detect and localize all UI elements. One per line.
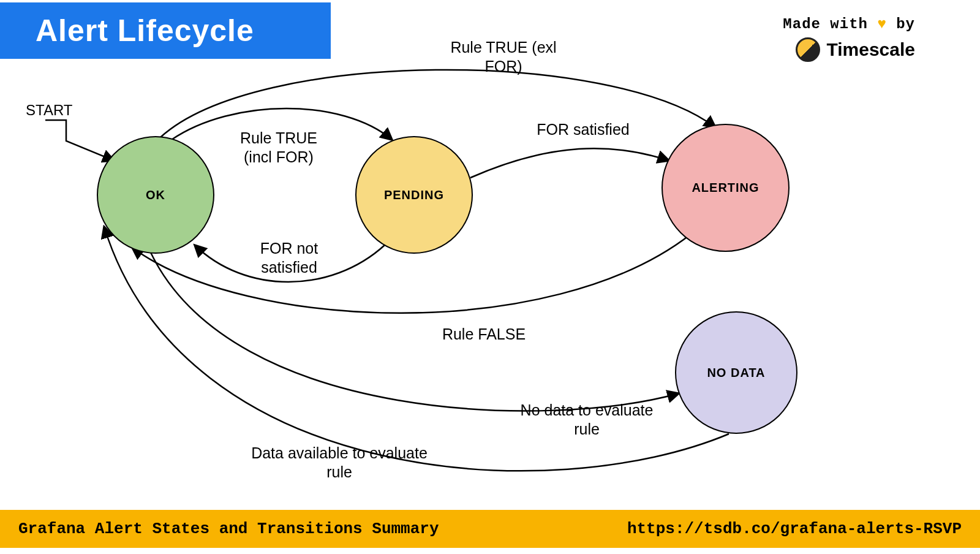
brand-name: Timescale xyxy=(826,39,915,60)
label-rule-true-exl: Rule TRUE (exl FOR) xyxy=(430,38,577,77)
state-nodata: NO DATA xyxy=(675,311,797,434)
edge-ok-nodata xyxy=(151,252,679,411)
edge-ok-alerting xyxy=(160,70,715,137)
label-no-data-eval: No data to evaluate rule xyxy=(507,401,666,439)
timescale-logo-icon xyxy=(796,37,820,62)
label-for-satisfied: FOR satisfied xyxy=(534,120,632,139)
edge-pending-alerting xyxy=(470,148,669,178)
footer-right: https://tsdb.co/grafana-alerts-RSVP xyxy=(627,520,962,538)
label-start: START xyxy=(26,101,72,120)
label-rule-true-incl: Rule TRUE (incl FOR) xyxy=(227,129,331,167)
made-with-text: Made with ♥ by xyxy=(783,16,915,32)
footer-left: Grafana Alert States and Transitions Sum… xyxy=(18,520,439,538)
diagram-arrows xyxy=(0,0,980,554)
footer-bar: Grafana Alert States and Transitions Sum… xyxy=(0,510,980,548)
brand-row: Timescale xyxy=(783,37,915,62)
heart-icon: ♥ xyxy=(877,16,886,32)
label-for-not-satisfied: FOR not satisfied xyxy=(234,239,344,278)
state-alerting: ALERTING xyxy=(662,124,790,252)
state-ok: OK xyxy=(97,136,214,254)
label-data-available: Data available to evaluate rule xyxy=(247,444,431,482)
edge-start-ok xyxy=(45,120,114,161)
attribution-block: Made with ♥ by Timescale xyxy=(783,16,915,62)
label-rule-false: Rule FALSE xyxy=(441,325,527,344)
title-banner: Alert Lifecycle xyxy=(0,2,331,59)
state-pending: PENDING xyxy=(355,136,473,254)
page-title: Alert Lifecycle xyxy=(36,13,254,48)
